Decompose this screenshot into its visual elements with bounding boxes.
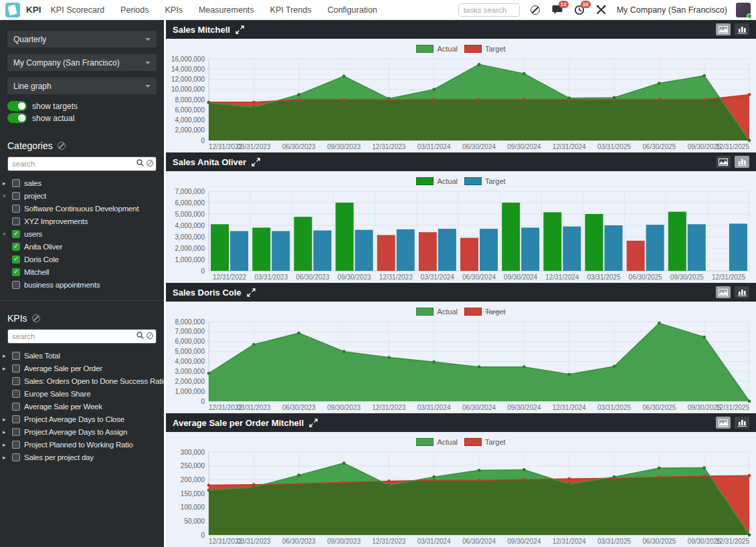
show-targets-toggle[interactable] xyxy=(7,101,27,111)
checkbox[interactable] xyxy=(12,364,20,372)
categories-search-input[interactable] xyxy=(7,156,157,171)
show-actual-toggle[interactable] xyxy=(7,113,27,123)
checkbox[interactable] xyxy=(12,192,20,200)
expand-icon[interactable] xyxy=(247,288,256,297)
item-label[interactable]: Anita Oliver xyxy=(24,243,62,251)
checkbox[interactable]: ✓ xyxy=(12,255,20,263)
expand-icon[interactable] xyxy=(252,158,260,167)
tools-icon[interactable] xyxy=(595,3,608,17)
user-avatar[interactable] xyxy=(736,3,751,17)
legend-item-target[interactable]: Target xyxy=(464,308,506,316)
checkbox[interactable] xyxy=(12,205,20,213)
item-label[interactable]: Software Continuous Development xyxy=(24,205,139,213)
area-view-button[interactable] xyxy=(716,156,731,168)
menu-item-periods[interactable]: Periods xyxy=(120,5,149,15)
messages-icon[interactable]: 12 xyxy=(551,3,564,17)
collapse-arrow-icon[interactable]: ▾ xyxy=(3,193,9,199)
expand-arrow-icon[interactable]: ▸ xyxy=(3,365,9,372)
expand-icon[interactable] xyxy=(309,419,318,427)
expand-arrow-icon[interactable]: ▸ xyxy=(3,454,9,461)
tasks-search-input[interactable] xyxy=(458,3,520,17)
checkbox[interactable] xyxy=(12,179,20,187)
item-label[interactable]: business appointments xyxy=(24,281,100,289)
item-label[interactable]: project xyxy=(24,192,46,200)
expand-arrow-icon[interactable]: ▸ xyxy=(3,416,9,423)
item-label[interactable]: Europe Sales Share xyxy=(24,390,90,398)
checkbox[interactable] xyxy=(12,390,20,398)
chart-canvas[interactable]: 050,000100,000150,000200,000250,000300,0… xyxy=(166,448,756,547)
legend-item-target[interactable]: Target xyxy=(464,177,506,185)
legend-item-actual[interactable]: Actual xyxy=(416,177,458,185)
item-label[interactable]: Sales per project day xyxy=(24,453,94,461)
svg-text:0: 0 xyxy=(201,398,205,405)
activity-clock-icon[interactable]: 16 xyxy=(573,3,586,17)
checkbox[interactable] xyxy=(12,403,20,411)
chart-canvas[interactable]: 02,000,0004,000,0006,000,0008,000,00010,… xyxy=(166,55,756,152)
checkbox[interactable] xyxy=(12,377,20,385)
bar-view-button[interactable] xyxy=(735,417,749,429)
item-label[interactable]: Average Sale per Order xyxy=(24,364,102,372)
checkbox[interactable] xyxy=(12,217,20,225)
graph-type-select[interactable]: Line graph xyxy=(7,78,157,94)
item-label[interactable]: users xyxy=(24,230,42,238)
menu-item-kpis[interactable]: KPIs xyxy=(165,5,183,15)
expand-icon[interactable] xyxy=(235,25,244,34)
item-label[interactable]: Mitchell xyxy=(24,268,49,276)
clear-search-icon[interactable] xyxy=(147,332,153,339)
legend-item-actual[interactable]: Actual xyxy=(416,308,458,316)
svg-text:06/30/2024: 06/30/2024 xyxy=(462,538,496,545)
expand-arrow-icon[interactable]: ▸ xyxy=(3,180,9,187)
item-label[interactable]: XYZ Improvements xyxy=(24,217,88,225)
chart-canvas[interactable]: 01,000,0002,000,0003,000,0004,000,0005,0… xyxy=(166,187,756,283)
checkbox[interactable] xyxy=(12,415,20,423)
checkbox[interactable] xyxy=(12,281,20,289)
legend-item-actual[interactable]: Actual xyxy=(416,45,458,53)
item-label[interactable]: Average Sale per Week xyxy=(24,403,102,411)
sync-icon[interactable] xyxy=(529,3,542,17)
company-select[interactable]: My Company (San Francisco) xyxy=(7,54,157,71)
search-icon[interactable] xyxy=(136,332,144,339)
menu-item-kpi-trends[interactable]: KPI Trends xyxy=(270,5,312,15)
item-label[interactable]: sales xyxy=(24,179,41,187)
kpis-search-input[interactable] xyxy=(7,329,157,344)
area-view-button[interactable] xyxy=(716,23,731,35)
area-view-button[interactable] xyxy=(716,286,731,298)
company-switcher[interactable]: My Company (San Francisco) xyxy=(617,5,727,15)
bar-view-button[interactable] xyxy=(735,156,749,168)
search-icon[interactable] xyxy=(136,159,144,167)
item-label[interactable]: Doris Cole xyxy=(24,255,59,263)
checkbox[interactable] xyxy=(12,441,20,449)
checkbox[interactable]: ✓ xyxy=(12,268,20,276)
area-view-button[interactable] xyxy=(716,417,731,429)
menu-item-kpi-scorecard[interactable]: KPI Scorecard xyxy=(51,5,105,15)
expand-arrow-icon[interactable]: ▸ xyxy=(3,429,9,435)
legend-item-target[interactable]: Target xyxy=(464,438,506,446)
clear-categories-icon[interactable] xyxy=(58,142,66,150)
checkbox[interactable] xyxy=(12,428,20,436)
clear-search-icon[interactable] xyxy=(147,160,153,167)
app-logo-icon[interactable] xyxy=(5,3,20,17)
clear-kpis-icon[interactable] xyxy=(32,314,40,322)
checkbox[interactable] xyxy=(12,352,20,360)
menu-item-measurements[interactable]: Measurements xyxy=(199,5,254,15)
checkbox[interactable]: ✓ xyxy=(12,230,20,238)
checkbox[interactable]: ✓ xyxy=(12,243,20,251)
checkbox[interactable] xyxy=(12,453,20,461)
expand-arrow-icon[interactable]: ▸ xyxy=(3,441,9,448)
item-label[interactable]: Project Average Days to Assign xyxy=(24,428,127,436)
legend-item-actual[interactable]: Actual xyxy=(416,438,458,446)
bar-view-button[interactable] xyxy=(735,23,749,35)
item-label[interactable]: Project Average Days to Close xyxy=(24,415,124,423)
expand-arrow-icon[interactable]: ▸ xyxy=(3,352,9,359)
chart-canvas[interactable]: 01,000,0002,000,0003,000,0004,000,0005,0… xyxy=(166,318,756,413)
legend-item-target[interactable]: Target xyxy=(464,45,506,53)
item-label[interactable]: Project Planned to Working Ratio xyxy=(24,441,133,449)
app-brand[interactable]: KPI xyxy=(26,5,41,15)
period-select[interactable]: Quarterly xyxy=(7,31,157,47)
bar-view-button[interactable] xyxy=(735,286,749,298)
item-label[interactable]: Sales: Orders Open to Done Success Ratio xyxy=(24,377,164,385)
menu-item-configuration[interactable]: Configuration xyxy=(327,5,377,15)
item-label[interactable]: Sales Total xyxy=(24,352,60,360)
collapse-arrow-icon[interactable]: ▾ xyxy=(3,231,9,237)
panel-header: Sales Mitchell xyxy=(166,20,756,39)
